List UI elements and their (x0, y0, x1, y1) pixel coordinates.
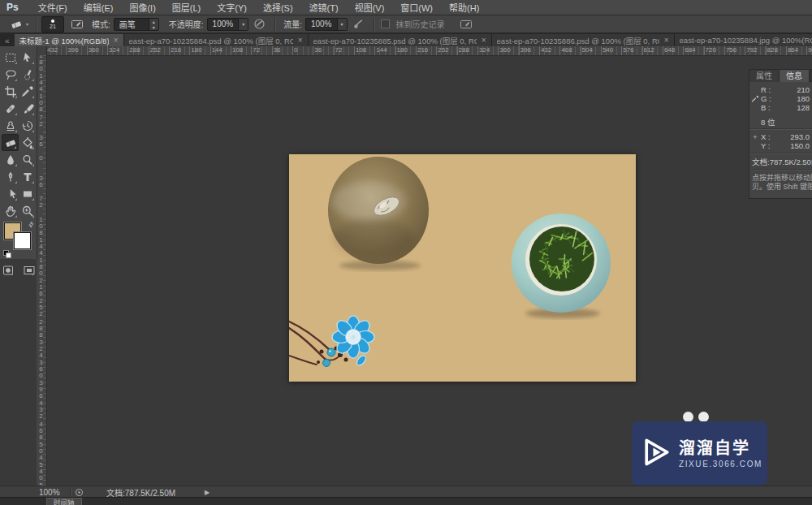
tool-move[interactable] (19, 49, 36, 66)
brush-panel-toggle-icon[interactable] (71, 19, 84, 30)
document-tab-0[interactable]: 未标题-1 @ 100%(RGB/8) *× (15, 34, 124, 46)
document-canvas[interactable] (289, 154, 636, 382)
vertical-ruler[interactable]: 1801441087236036721081441802162522883243… (37, 55, 47, 486)
tool-hand[interactable] (2, 202, 19, 219)
info-panel: 属性 信息 R :210 G :180 B :128 8 位 +X :293.0… (749, 69, 812, 199)
tab-close-icon[interactable]: × (482, 36, 486, 45)
tool-blur[interactable] (2, 151, 19, 168)
h-ruler-label: 648 (664, 46, 675, 54)
collapse-tabs-icon[interactable]: « (0, 37, 15, 46)
g-value: 180 (775, 94, 810, 103)
tool-hint: 点按并拖移以移动图 贝。使用 Shift 键限 (749, 173, 812, 192)
tool-quick-selection[interactable] (19, 66, 36, 83)
tool-spot-healing-brush[interactable] (2, 100, 19, 117)
tool-clone-stamp[interactable] (2, 117, 19, 134)
h-ruler-label: 792 (746, 46, 757, 54)
tool-rectangular-marquee[interactable] (2, 49, 19, 66)
h-ruler-label: 684 (685, 46, 695, 54)
h-ruler-label: 180 (397, 46, 408, 54)
h-ruler-label: 252 (438, 46, 448, 54)
v-ruler-label: 540 (37, 461, 45, 481)
tab-close-icon[interactable]: × (664, 36, 669, 45)
mode-dropdown[interactable]: 画笔 ▴▾ (114, 18, 159, 31)
h-ruler-label: 324 (479, 46, 490, 54)
airbrush-icon[interactable] (352, 18, 365, 30)
menu-layer[interactable]: 图层(L) (164, 1, 209, 14)
menu-bar: Ps 文件(F) 编辑(E) 图像(I) 图层(L) 文字(Y) 选择(S) 滤… (0, 0, 812, 15)
tool-eraser[interactable] (2, 134, 19, 151)
flow-dropdown[interactable]: 100% ▾ (305, 18, 348, 31)
menu-file[interactable]: 文件(F) (30, 1, 76, 14)
bit-depth: 8 位 (761, 116, 775, 127)
document-tab-3[interactable]: east-ep-a70-10235886.psd @ 100% (图层 0, R… (492, 34, 675, 46)
lid-shade (333, 219, 414, 258)
b-value: 128 (775, 103, 810, 112)
document-tab-1[interactable]: east-ep-a70-10235884.psd @ 100% (图层 0, R… (124, 34, 309, 46)
h-ruler-label: 360 (499, 46, 510, 54)
v-ruler-label: 288 (37, 318, 45, 338)
document-tab-2[interactable]: east-ep-a70-10235885.psd @ 100% (图层 0, R… (309, 34, 492, 46)
swap-colors-icon[interactable]: ⇄ (27, 220, 36, 229)
background-color-swatch[interactable] (14, 232, 31, 249)
menu-window[interactable]: 窗口(W) (392, 1, 441, 14)
h-ruler-label: 432 (541, 46, 551, 54)
brush-preset-picker[interactable]: 21 (41, 16, 64, 32)
tab-properties[interactable]: 属性 (749, 70, 780, 82)
h-ruler-label: 0 (294, 46, 297, 54)
tool-brush[interactable] (19, 100, 36, 117)
erase-history-checkbox[interactable] (381, 19, 390, 28)
tab-info[interactable]: 信息 (780, 70, 810, 82)
document-tab-4[interactable]: east-ep-a70-10235884.jpg @ 100%(RGB/8#)× (675, 34, 812, 46)
watermark-url: zixue.3066.com (679, 460, 762, 468)
y-value: 150.0 (775, 141, 810, 150)
tool-lasso[interactable] (2, 66, 19, 83)
tool-zoom[interactable] (19, 202, 36, 219)
menu-view[interactable]: 视图(V) (347, 1, 393, 14)
flow-label: 流量: (283, 18, 302, 30)
menu-help[interactable]: 帮助(H) (441, 1, 487, 14)
tool-crop[interactable] (2, 83, 19, 100)
h-ruler-label: 504 (582, 46, 593, 54)
tool-dodge[interactable] (19, 151, 36, 168)
x-value: 293.0 (775, 132, 810, 141)
opacity-dropdown[interactable]: 100% ▾ (207, 18, 249, 31)
pressure-opacity-icon[interactable] (253, 18, 266, 30)
tool-pen[interactable] (2, 168, 19, 185)
tool-options-bar: ▾ 21 模式: 画笔 ▴▾ 不透明度: 100% ▾ 流量: 100% ▾ 抹… (0, 15, 812, 33)
opacity-label: 不透明度: (169, 18, 204, 30)
zoom-level-field[interactable]: 100% (39, 488, 67, 497)
h-ruler-label: 144 (376, 46, 387, 54)
tool-path-selection[interactable] (2, 185, 19, 202)
v-ruler-label: 108 (37, 93, 45, 112)
menu-type[interactable]: 文字(Y) (209, 1, 255, 14)
menu-select[interactable]: 选择(S) (255, 1, 301, 14)
tool-gradient[interactable] (19, 134, 36, 151)
tool-type[interactable] (19, 168, 36, 185)
tool-shape[interactable] (19, 185, 36, 202)
g-label: G : (761, 94, 775, 103)
menu-filter[interactable]: 滤镜(T) (301, 1, 347, 14)
h-ruler-label: 900 (808, 46, 812, 54)
tab-close-icon[interactable]: × (298, 36, 303, 45)
horizontal-ruler[interactable]: 4323963603242882522161801441087236036721… (37, 46, 812, 56)
tab-close-icon[interactable]: × (114, 36, 119, 45)
tool-eyedropper[interactable] (19, 83, 36, 100)
h-ruler-label: 432 (47, 46, 58, 54)
tool-history-brush[interactable] (19, 117, 36, 134)
v-ruler-label: 396 (37, 379, 45, 399)
tool-preset-arrow-icon[interactable]: ▾ (26, 21, 28, 27)
r-value: 210 (775, 85, 810, 94)
menu-image[interactable]: 图像(I) (121, 1, 163, 14)
menu-edit[interactable]: 编辑(E) (76, 1, 122, 14)
h-ruler-label: 144 (212, 46, 222, 54)
default-colors-icon[interactable] (3, 250, 11, 257)
brush-panel-icon[interactable] (460, 19, 473, 30)
quick-mask-icon[interactable] (2, 264, 15, 277)
v-ruler-label: 252 (37, 297, 45, 317)
status-sync-icon (75, 488, 84, 497)
timeline-tab[interactable]: 时间轴 (46, 498, 82, 505)
screen-mode-icon[interactable] (23, 264, 36, 277)
eraser-tool-icon[interactable] (10, 18, 23, 31)
r-label: R : (761, 85, 775, 94)
status-options-arrow-icon[interactable]: ▶ (205, 489, 209, 496)
